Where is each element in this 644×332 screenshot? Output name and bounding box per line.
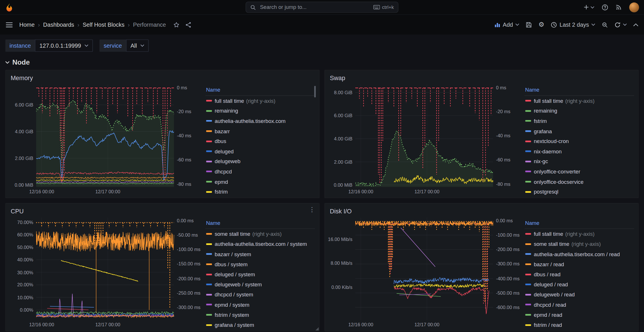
legend-swatch-icon (525, 161, 531, 162)
legend-item[interactable]: deluged / read (524, 279, 634, 289)
legend-swatch-icon (206, 171, 212, 173)
time-range-picker[interactable]: Last 2 days (551, 21, 595, 28)
legend-item[interactable]: authelia-authelia.tiserbox.com / read (524, 249, 634, 259)
row-node-toggle[interactable]: Node (5, 58, 639, 67)
legend-item[interactable]: grafana (524, 126, 634, 136)
legend-item[interactable]: dhcpcd (205, 167, 315, 177)
legend-item[interactable]: nix-daemon (524, 146, 634, 156)
legend-item[interactable]: full stall time(right y-axis) (524, 96, 634, 106)
legend-item[interactable]: bazarr / read (524, 259, 634, 269)
chart-plot[interactable] (36, 84, 174, 187)
legend-item[interactable]: full stall time(right y-axis) (524, 229, 634, 239)
chart-plot[interactable] (355, 84, 493, 187)
dashboard-settings-gear-icon[interactable]: ⚙ (538, 21, 544, 28)
legend-item[interactable]: deluged (205, 146, 315, 156)
breadcrumb-item[interactable]: Self Host Blocks (83, 21, 125, 28)
help-icon[interactable] (602, 4, 608, 11)
y-tick-label: 0.00 ms (177, 218, 194, 223)
legend-swatch-icon (525, 243, 531, 245)
legend-item[interactable]: authelia-authelia.tiserbox.com / system (205, 239, 315, 249)
legend-swatch-icon (525, 140, 531, 142)
favorite-star-icon[interactable] (173, 22, 179, 28)
legend-item[interactable]: nextcloud-cron (524, 136, 634, 146)
y-tick-label: 0.00 ms (496, 218, 513, 223)
breadcrumb-item[interactable]: Home (19, 21, 34, 28)
legend-item[interactable]: some stall time(right y-axis) (524, 239, 634, 249)
legend-item[interactable]: dbus / read (524, 269, 634, 279)
panel-menu-kebab-icon[interactable]: ⋮ (309, 206, 315, 212)
legend-item[interactable]: fstrim / system (205, 310, 315, 320)
legend-item[interactable]: grafana / system (205, 320, 315, 329)
legend-item[interactable]: some stall time(right y-axis) (205, 229, 315, 239)
collapse-chevron-up-icon[interactable] (633, 23, 638, 26)
legend-label: full stall time (534, 98, 563, 104)
zoom-out-icon[interactable] (602, 22, 608, 28)
legend-swatch-icon (206, 304, 212, 306)
legend-item[interactable]: dhcpcd / system (205, 289, 315, 300)
legend-item[interactable]: authelia-authelia.tiserbox.com (205, 116, 315, 126)
legend-item[interactable]: epmd / read (524, 310, 634, 320)
refresh-button[interactable] (614, 22, 627, 28)
panel-title[interactable]: Disk I/O (330, 207, 352, 214)
user-avatar[interactable] (629, 2, 639, 12)
new-menu-button[interactable] (583, 4, 594, 10)
legend-item[interactable]: dhcpcd / read (524, 300, 634, 310)
y-axis-right: 0 ms-20 ms-40 ms-60 ms-80 ms (493, 84, 520, 195)
legend-note: (right y-axis) (246, 98, 275, 104)
news-rss-icon[interactable] (616, 4, 622, 10)
legend-item[interactable]: fstrim (524, 116, 634, 126)
variable-value-dropdown[interactable]: 127.0.0.1:19999 (35, 39, 93, 52)
legend-item[interactable]: deluged / system (205, 269, 315, 279)
panel-resize-handle[interactable] (315, 327, 319, 330)
legend-item[interactable]: remaining (524, 106, 634, 116)
y-tick-label: -20 ms (177, 109, 191, 114)
legend-item[interactable]: delugeweb / system (205, 279, 315, 289)
x-tick-label: 12/17 00:00 (95, 322, 120, 327)
legend-item[interactable]: remaining (205, 106, 315, 116)
legend-item[interactable]: delugeweb / read (524, 289, 634, 300)
legend-header[interactable]: Name (205, 86, 315, 96)
legend-item[interactable]: onlyoffice-converter (524, 167, 634, 177)
chevron-down-icon[interactable] (623, 24, 627, 26)
panel-title[interactable]: CPU (11, 207, 24, 214)
legend-item[interactable]: bazarr / system (205, 249, 315, 259)
panel-body: 70.00%60.00%50.00%40.00%30.00%20.00%10.0… (6, 216, 319, 331)
y-tick-label: 8.00 Mib/s (331, 261, 352, 266)
panel-title[interactable]: Memory (11, 74, 33, 81)
chart-plot[interactable] (36, 217, 174, 320)
panel-title[interactable]: Swap (330, 74, 345, 81)
legend-item[interactable]: dbus (205, 136, 315, 146)
legend-header[interactable]: Name (524, 219, 634, 229)
legend-swatch-icon (525, 181, 531, 183)
share-icon[interactable] (185, 22, 191, 28)
breadcrumb-item: Performance (133, 21, 166, 28)
legend-item[interactable]: fstrim / read (524, 320, 634, 329)
legend-scrollbar[interactable] (314, 86, 316, 97)
chart-plot[interactable] (355, 217, 493, 320)
legend-item[interactable]: fstrim (205, 187, 315, 195)
y-tick-label: 20.00% (17, 282, 33, 287)
add-button[interactable]: Add (494, 21, 519, 28)
grafana-logo-icon[interactable] (5, 3, 14, 11)
legend-label: fstrim (534, 118, 547, 124)
breadcrumb-item[interactable]: Dashboards (43, 21, 74, 28)
menu-hamburger-icon[interactable] (6, 22, 13, 28)
panel: Swap ⋮ 8.00 GiB6.00 GiB4.00 GiB2.00 GiB0… (325, 70, 639, 198)
search-box[interactable]: ctrl+k (246, 2, 398, 13)
legend-header[interactable]: Name (205, 219, 315, 229)
legend-item[interactable]: dbus / system (205, 259, 315, 269)
variable-value-dropdown[interactable]: All (126, 39, 149, 52)
legend-header[interactable]: Name (524, 86, 634, 96)
legend-item[interactable]: onlyoffice-docservice (524, 177, 634, 187)
legend-item[interactable]: delugeweb (205, 157, 315, 167)
legend-item[interactable]: nix-gc (524, 157, 634, 167)
legend-item[interactable]: postgresql (524, 187, 634, 195)
legend-swatch-icon (525, 253, 531, 255)
legend-item[interactable]: full stall time(right y-axis) (205, 96, 315, 106)
legend-item[interactable]: epmd / system (205, 300, 315, 310)
legend: Name full stall time(right y-axis)remain… (201, 84, 316, 195)
save-dashboard-icon[interactable] (526, 22, 532, 28)
legend-item[interactable]: bazarr (205, 126, 315, 136)
search-input[interactable] (259, 4, 370, 11)
legend-item[interactable]: epmd (205, 177, 315, 187)
